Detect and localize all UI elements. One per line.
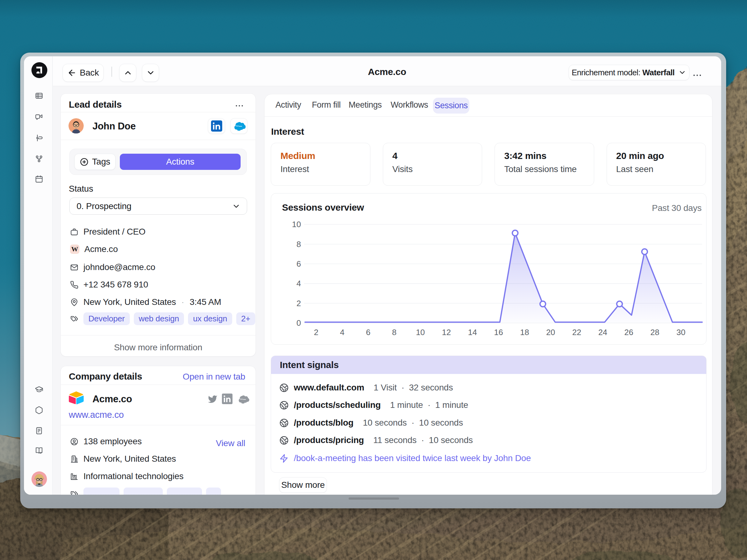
svg-text:16: 16 (494, 328, 503, 337)
svg-text:2: 2 (314, 328, 318, 337)
svg-text:24: 24 (598, 328, 607, 337)
svg-text:14: 14 (468, 328, 477, 337)
svg-text:4: 4 (297, 279, 301, 288)
svg-text:8: 8 (392, 328, 396, 337)
svg-text:10: 10 (292, 220, 301, 229)
svg-text:6: 6 (366, 328, 370, 337)
svg-text:10: 10 (416, 328, 425, 337)
svg-text:26: 26 (624, 328, 634, 337)
svg-text:30: 30 (676, 328, 686, 337)
svg-text:2: 2 (297, 299, 301, 308)
svg-text:20: 20 (546, 328, 555, 337)
svg-text:28: 28 (650, 328, 660, 337)
svg-text:6: 6 (297, 259, 301, 268)
svg-text:8: 8 (297, 240, 301, 249)
svg-text:12: 12 (442, 328, 451, 337)
svg-text:0: 0 (297, 318, 301, 328)
svg-text:22: 22 (572, 328, 581, 337)
svg-text:4: 4 (340, 328, 344, 337)
svg-text:18: 18 (520, 328, 529, 337)
